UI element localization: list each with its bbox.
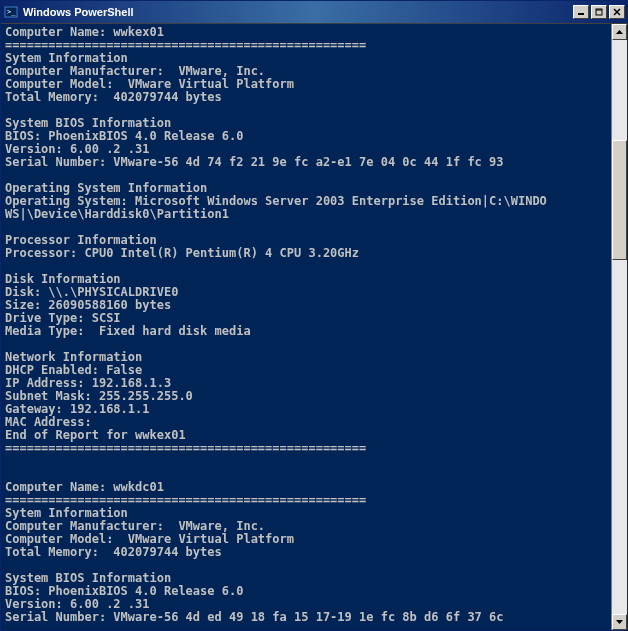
- content-area: Computer Name: wwkex01 =================…: [1, 23, 627, 630]
- scroll-track[interactable]: [612, 40, 627, 614]
- vertical-scrollbar[interactable]: [611, 24, 627, 630]
- terminal-output[interactable]: Computer Name: wwkex01 =================…: [1, 24, 611, 630]
- close-button[interactable]: [609, 5, 625, 19]
- scroll-down-button[interactable]: [612, 614, 627, 630]
- app-icon: >_: [3, 4, 19, 20]
- scroll-thumb[interactable]: [612, 140, 627, 260]
- titlebar[interactable]: >_ Windows PowerShell: [1, 1, 627, 23]
- powershell-window: >_ Windows PowerShell Computer Name: wwk…: [0, 0, 628, 631]
- svg-marker-8: [616, 620, 623, 624]
- window-controls: [573, 5, 625, 19]
- svg-text:>_: >_: [7, 8, 16, 16]
- scroll-up-button[interactable]: [612, 24, 627, 40]
- minimize-button[interactable]: [573, 5, 589, 19]
- svg-marker-7: [616, 30, 623, 34]
- maximize-button[interactable]: [591, 5, 607, 19]
- window-title: Windows PowerShell: [23, 6, 573, 18]
